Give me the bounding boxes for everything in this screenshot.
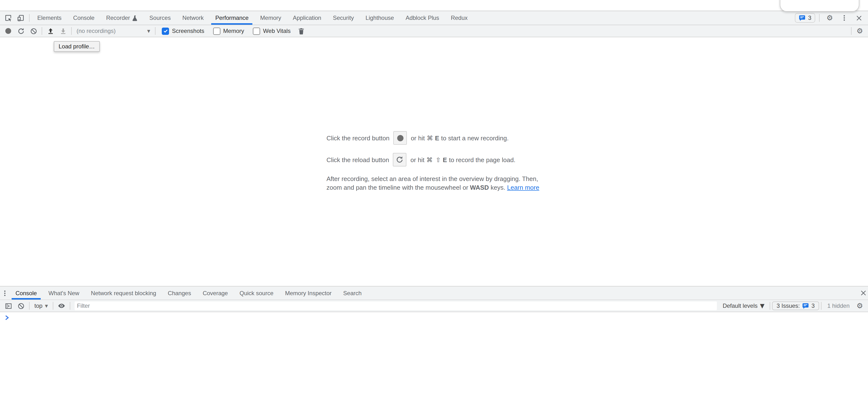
paragraph-text: keys.	[489, 184, 507, 191]
recordings-dropdown[interactable]: (no recordings) ▼	[73, 28, 153, 34]
memory-checkbox-group[interactable]: Memory	[213, 27, 244, 35]
tab-application[interactable]: Application	[287, 11, 327, 25]
drawer-tab-search[interactable]: Search	[337, 286, 367, 300]
memory-checkbox-label: Memory	[223, 28, 244, 34]
tab-network[interactable]: Network	[177, 11, 210, 25]
memory-checkbox[interactable]	[213, 27, 220, 35]
tab-label: Security	[333, 14, 354, 21]
after-recording-paragraph: After recording, select an area of inter…	[327, 175, 541, 192]
tab-recorder[interactable]: Recorder	[100, 11, 144, 25]
javascript-context-dropdown[interactable]: top ▼	[31, 302, 51, 309]
close-drawer-button[interactable]	[858, 287, 868, 299]
console-messages-area[interactable]	[0, 312, 868, 406]
tab-label: Recorder	[106, 14, 130, 21]
reload-instruction-middle: or hit	[410, 156, 425, 163]
toolbar-separator	[42, 27, 42, 35]
tab-adblock-plus[interactable]: Adblock Plus	[400, 11, 445, 25]
console-toolbar: top ▼ Default levels ▼ 3 Issues: 3 1 hid…	[0, 300, 868, 312]
empty-state-instructions: Click the record button or hit ⌘ E to st…	[327, 37, 541, 192]
capture-settings-button[interactable]: ⚙	[854, 26, 866, 36]
toolbar-separator	[155, 27, 155, 35]
record-instruction-prefix: Click the record button	[327, 134, 390, 141]
kebab-menu-icon	[1, 290, 8, 296]
tab-redux[interactable]: Redux	[445, 11, 473, 25]
tabbar-right-controls: 3 ⚙	[795, 11, 868, 25]
drawer-tab-coverage[interactable]: Coverage	[197, 286, 234, 300]
settings-button[interactable]: ⚙	[824, 12, 836, 24]
drawer-tab-network-request-blocking[interactable]: Network request blocking	[85, 286, 162, 300]
clear-console-button[interactable]	[14, 300, 27, 312]
tabbar-separator	[29, 14, 30, 22]
tab-elements[interactable]: Elements	[31, 11, 67, 25]
toolbar-separator	[851, 27, 851, 35]
console-prompt-row[interactable]	[0, 312, 868, 320]
tabbar-left-tools	[0, 11, 31, 25]
issues-bubble-icon	[799, 14, 806, 21]
log-levels-value: Default levels	[723, 302, 757, 309]
gear-icon: ⚙	[857, 27, 863, 35]
clear-button[interactable]	[27, 26, 40, 36]
console-filter-input[interactable]	[74, 302, 717, 310]
tab-security[interactable]: Security	[327, 11, 360, 25]
learn-more-link[interactable]: Learn more	[507, 184, 539, 191]
block-icon	[30, 27, 37, 35]
delete-recordings-button[interactable]	[295, 26, 308, 36]
tab-label: What's New	[49, 290, 79, 296]
web-vitals-checkbox-group[interactable]: Web Vitals	[253, 27, 290, 35]
tab-sources[interactable]: Sources	[144, 11, 177, 25]
inspect-cursor-icon	[4, 14, 12, 22]
chevron-down-icon: ▼	[45, 304, 48, 308]
issues-counter-button[interactable]: 3	[795, 13, 815, 23]
tab-console[interactable]: Console	[67, 11, 100, 25]
tab-label: Memory	[260, 14, 281, 21]
reload-instruction-prefix: Click the reload button	[327, 156, 389, 163]
issues-label: 3 Issues:	[776, 302, 800, 309]
tab-label: Console	[16, 290, 37, 296]
console-issues-button[interactable]: 3 Issues: 3	[772, 302, 819, 310]
chevron-down-icon: ▼	[147, 29, 150, 33]
record-instruction-suffix: to start a new recording.	[441, 134, 508, 141]
tab-performance[interactable]: Performance	[210, 11, 254, 25]
tab-lighthouse[interactable]: Lighthouse	[360, 11, 400, 25]
tab-memory[interactable]: Memory	[254, 11, 287, 25]
drawer-tab-console[interactable]: Console	[10, 286, 42, 300]
drawer-more-tabs-button[interactable]	[0, 287, 10, 299]
inspect-element-button[interactable]	[2, 12, 14, 24]
screenshots-checkbox-label: Screenshots	[172, 28, 204, 34]
device-toolbar-button[interactable]	[14, 12, 27, 24]
console-settings-button[interactable]: ⚙	[854, 300, 866, 312]
tab-label: Coverage	[203, 290, 228, 296]
tab-label: Application	[293, 14, 321, 21]
log-levels-dropdown[interactable]: Default levels ▼	[719, 302, 768, 309]
screenshots-checkbox[interactable]	[162, 27, 169, 35]
drawer-tab-changes[interactable]: Changes	[162, 286, 197, 300]
recordings-dropdown-value: (no recordings)	[76, 28, 116, 34]
live-expression-button[interactable]	[55, 300, 68, 312]
issues-count: 3	[812, 302, 815, 309]
screenshots-checkbox-group[interactable]: Screenshots	[162, 27, 204, 35]
tab-label: Sources	[149, 14, 171, 21]
more-options-button[interactable]	[838, 12, 850, 24]
toolbar-separator	[821, 302, 822, 310]
tab-label: Adblock Plus	[406, 14, 439, 21]
reload-icon	[396, 156, 404, 164]
reload-and-record-button[interactable]	[14, 26, 27, 36]
close-icon	[860, 290, 866, 296]
load-profile-button[interactable]	[44, 26, 57, 36]
drawer-tab-memory-inspector[interactable]: Memory Inspector	[279, 286, 337, 300]
e-key: E	[443, 156, 447, 163]
record-button[interactable]	[2, 26, 14, 36]
tab-label: Redux	[451, 14, 467, 21]
main-tabbar: Elements Console Recorder Sources Networ…	[0, 11, 868, 25]
console-sidebar-toggle-button[interactable]	[2, 300, 14, 312]
shift-key-symbol: ⇧	[436, 156, 441, 163]
save-profile-button[interactable]	[57, 26, 69, 36]
tab-label: Network request blocking	[91, 290, 156, 296]
close-devtools-button[interactable]	[852, 12, 865, 24]
drawer-tab-quick-source[interactable]: Quick source	[234, 286, 279, 300]
drawer-tab-whats-new[interactable]: What's New	[42, 286, 85, 300]
kebab-menu-icon	[841, 14, 848, 21]
web-vitals-checkbox[interactable]	[253, 27, 260, 35]
toolbar-separator	[71, 27, 72, 35]
gear-icon: ⚙	[827, 14, 833, 22]
